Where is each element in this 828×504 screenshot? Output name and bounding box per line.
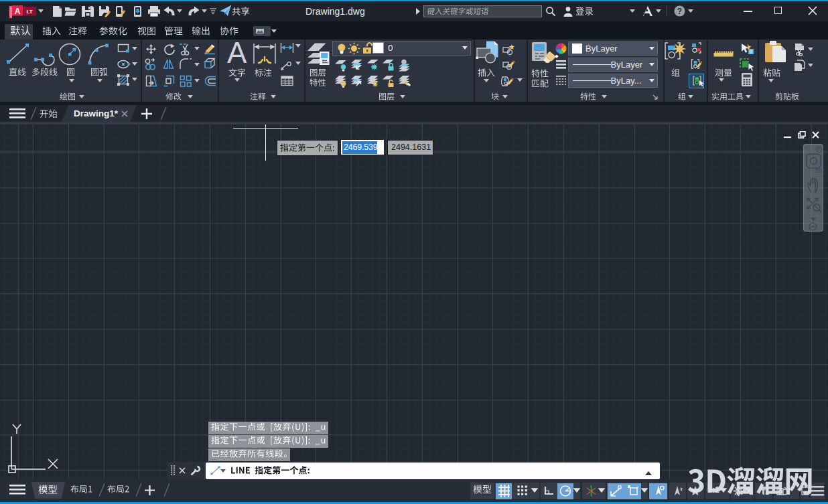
svg-text:2D: 2D <box>815 167 822 173</box>
svg-text:LT: LT <box>26 9 32 15</box>
svg-text:A: A <box>15 7 21 16</box>
svg-text:?: ? <box>677 7 682 16</box>
